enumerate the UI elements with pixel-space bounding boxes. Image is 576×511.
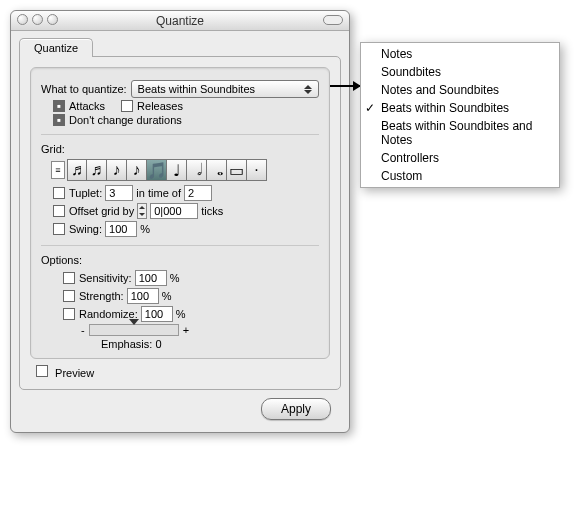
menu-item-label: Beats within Soundbites [381,101,509,115]
inset-panel: What to quantize: Beats within Soundbite… [30,67,330,359]
plus-label: + [183,324,189,336]
menu-item-label: Controllers [381,151,439,165]
what-to-quantize-select[interactable]: Beats within Soundbites [131,80,319,98]
divider [41,134,319,135]
pct1: % [170,272,180,284]
preview-row: Preview [30,359,330,381]
sensitivity-field[interactable]: 100 [135,270,167,286]
menu-item[interactable]: Beats within Soundbites and Notes [361,117,559,149]
attacks-label: Attacks [69,100,105,112]
releases-checkbox[interactable] [121,100,133,112]
traffic-lights [17,14,58,25]
note-value-3[interactable]: ♪ [107,159,127,181]
tuplet-checkbox[interactable] [53,187,65,199]
offset-field[interactable]: 0|000 [150,203,198,219]
grid-label: Grid: [41,143,319,155]
offset-checkbox[interactable] [53,205,65,217]
quantize-popup-menu: NotesSoundbitesNotes and Soundbites✓Beat… [360,42,560,188]
offset-stepper[interactable] [134,203,150,219]
emphasis-slider-row: - + [81,324,319,336]
note-value-7[interactable]: 𝅗𝅥 [187,159,207,181]
menu-item[interactable]: ✓Beats within Soundbites [361,99,559,117]
preview-label: Preview [55,367,94,379]
swing-field[interactable]: 100 [105,221,137,237]
window-client: Quantize What to quantize: Beats within … [11,31,349,432]
dont-change-row: Don't change durations [53,114,319,126]
updown-icon [301,83,315,95]
emphasis-slider[interactable] [89,324,179,336]
note-value-grid: ≡ ♬ ♬ ♪ ♪ 🎵 ♩ 𝅗𝅥 𝅝 ▭ · [51,159,319,181]
what-row: What to quantize: Beats within Soundbite… [41,80,319,98]
quantize-window: Quantize Quantize What to quantize: Beat… [10,10,350,433]
what-label: What to quantize: [41,83,127,95]
tuplet-row: Tuplet: 3 in time of 2 [53,185,319,201]
offset-row: Offset grid by 0|000 ticks [53,203,319,219]
close-icon[interactable] [17,14,28,25]
offset-label: Offset grid by [69,205,134,217]
randomize-field[interactable]: 100 [141,306,173,322]
menu-item-label: Notes and Soundbites [381,83,499,97]
divider-2 [41,245,319,246]
randomize-row: Randomize: 100 % [63,306,319,322]
note-value-4[interactable]: ♪ [127,159,147,181]
swing-unit: % [140,223,150,235]
tab-page: What to quantize: Beats within Soundbite… [19,56,341,390]
select-value: Beats within Soundbites [138,83,255,95]
preview-checkbox[interactable] [36,365,48,377]
pct2: % [162,290,172,302]
note-value-rest[interactable]: ▭ [227,159,247,181]
dont-change-durations-checkbox[interactable] [53,114,65,126]
note-value-dot[interactable]: · [247,159,267,181]
note-value-8[interactable]: 𝅝 [207,159,227,181]
arrow-icon [330,85,360,87]
tuplet-a-field[interactable]: 3 [105,185,133,201]
note-value-1[interactable]: ♬ [67,159,87,181]
tuplet-b-field[interactable]: 2 [184,185,212,201]
checkmark-icon: ✓ [365,101,375,115]
menu-item-label: Notes [381,47,412,61]
menu-item[interactable]: Notes [361,45,559,63]
strength-label: Strength: [79,290,124,302]
randomize-checkbox[interactable] [63,308,75,320]
offset-unit: ticks [201,205,223,217]
toolbar-toggle-icon[interactable] [323,15,343,25]
tuplet-mid: in time of [136,187,181,199]
sensitivity-checkbox[interactable] [63,272,75,284]
sensitivity-row: Sensitivity: 100 % [63,270,319,286]
note-value-5-selected[interactable]: 🎵 [147,159,167,181]
titlebar[interactable]: Quantize [11,11,349,31]
apply-row: Apply [19,390,341,422]
menu-item-label: Beats within Soundbites and Notes [381,119,532,147]
pct3: % [176,308,186,320]
note-value-2[interactable]: ♬ [87,159,107,181]
window-title: Quantize [156,14,204,28]
dont-change-label: Don't change durations [69,114,182,126]
strength-checkbox[interactable] [63,290,75,302]
attacks-checkbox[interactable] [53,100,65,112]
menu-item[interactable]: Notes and Soundbites [361,81,559,99]
stepper-icon[interactable] [137,203,147,219]
note-menu-button[interactable]: ≡ [51,161,65,179]
swing-checkbox[interactable] [53,223,65,235]
tabs: Quantize What to quantize: Beats within … [19,37,341,390]
tuplet-label: Tuplet: [69,187,102,199]
strength-field[interactable]: 100 [127,288,159,304]
swing-row: Swing: 100 % [53,221,319,237]
menu-item[interactable]: Custom [361,167,559,185]
menu-item[interactable]: Soundbites [361,63,559,81]
menu-item-label: Custom [381,169,422,183]
apply-button[interactable]: Apply [261,398,331,420]
tab-label: Quantize [34,42,78,54]
note-value-6[interactable]: ♩ [167,159,187,181]
minimize-icon[interactable] [32,14,43,25]
minus-label: - [81,324,85,336]
swing-label: Swing: [69,223,102,235]
menu-item[interactable]: Controllers [361,149,559,167]
emphasis-row: Emphasis: 0 [101,338,319,350]
tab-quantize[interactable]: Quantize [19,38,93,57]
options-label: Options: [41,254,319,266]
menu-item-label: Soundbites [381,65,441,79]
strength-row: Strength: 100 % [63,288,319,304]
emphasis-label: Emphasis: 0 [101,338,162,350]
zoom-icon[interactable] [47,14,58,25]
